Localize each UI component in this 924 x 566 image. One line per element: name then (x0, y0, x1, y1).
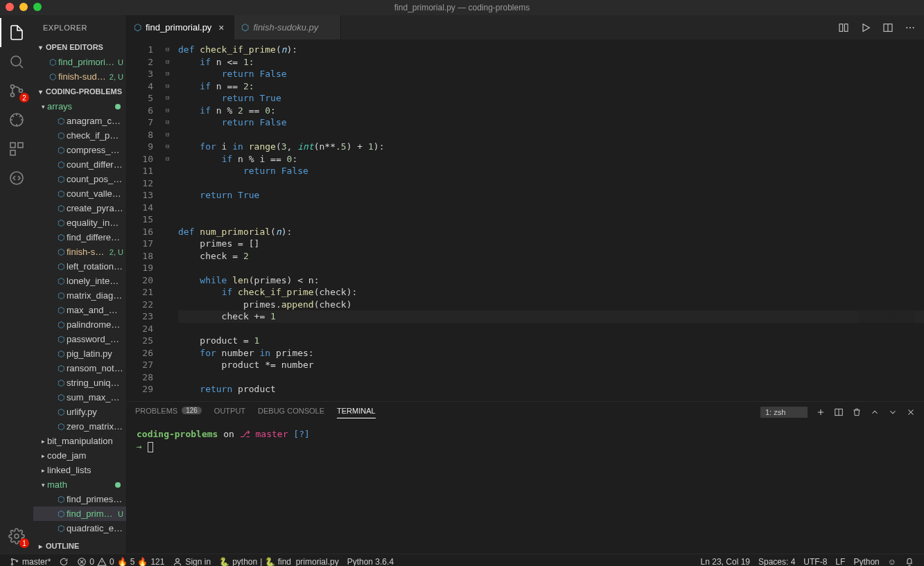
tree-folder[interactable]: ▸bit_manipulation (33, 434, 126, 448)
status-dot (115, 104, 121, 109)
tree-folder[interactable]: ▾arrays (33, 99, 126, 114)
status-sync[interactable] (55, 557, 73, 567)
kill-terminal-icon[interactable] (852, 407, 862, 417)
tree-file[interactable]: ⬡matrix_diagonal_di.. (33, 288, 126, 303)
python-file-icon: ⬡ (55, 378, 67, 388)
window-title: find_primorial.py — coding-problems (394, 3, 530, 12)
svg-point-15 (913, 27, 914, 28)
status-cursor-pos[interactable]: Ln 23, Col 19 (697, 557, 754, 567)
tree-file[interactable]: ⬡urlify.py (33, 405, 126, 419)
code-content[interactable]: def check_if_prime(n): if n <= 1: return… (178, 39, 924, 401)
activity-scm[interactable]: 2 (0, 76, 33, 105)
status-branch[interactable]: master* (6, 557, 55, 567)
open-editor-item[interactable]: ⬡finish-sud…2, U (33, 69, 126, 84)
tree-file[interactable]: ⬡count_valleys.py (33, 186, 126, 201)
chevron-right-icon: ▸ (39, 467, 47, 474)
terminal[interactable]: coding-problems on ⎇ master [?] → (127, 423, 924, 554)
editor-tab[interactable]: ⬡find_primorial.py× (127, 15, 234, 39)
activity-extensions[interactable] (0, 134, 33, 163)
status-lang[interactable]: Python (849, 557, 883, 567)
svg-point-0 (11, 56, 21, 66)
tree-folder[interactable]: ▸linked_lists (33, 463, 126, 477)
python-file-icon: ⬡ (55, 524, 67, 533)
close-window-button[interactable] (6, 3, 14, 11)
activity-search[interactable] (0, 47, 33, 76)
activity-debug[interactable] (0, 105, 33, 134)
editor-tab[interactable]: ⬡finish-sudoku.py (234, 15, 341, 39)
tree-file[interactable]: ⬡sum_max_subarra.. (33, 390, 126, 405)
terminal-selector[interactable]: 1: zsh (760, 407, 808, 418)
python-file-icon: ⬡ (55, 131, 67, 141)
tree-file[interactable]: ⬡equality_in_array.py (33, 215, 126, 230)
tree-file[interactable]: ⬡check_if_permutat.. (33, 128, 126, 143)
tree-file[interactable]: ⬡string_unique_cha.. (33, 375, 126, 390)
status-indent[interactable]: Spaces: 4 (754, 557, 799, 567)
tree-file[interactable]: ⬡password_cracker.. (33, 332, 126, 346)
zoom-window-button[interactable] (33, 3, 42, 11)
explorer-sidebar: EXPLORER ▾OPEN EDITORS ⬡find_primoria..U… (33, 15, 127, 554)
tree-file[interactable]: ⬡compress_string.py (33, 143, 126, 157)
activity-liveshare[interactable] (0, 163, 33, 193)
tree-file[interactable]: ⬡finish-sudo…2, U (33, 245, 126, 259)
status-encoding[interactable]: UTF-8 (799, 557, 831, 567)
code-editor[interactable]: 1234567891011121314151617181920212223242… (127, 39, 924, 401)
tree-file[interactable]: ⬡quadratic_equatio.. (33, 521, 126, 536)
outline-header[interactable]: ▸OUTLINE (33, 538, 126, 554)
status-bar: master* 0 0 🔥5 🔥121 Sign in 🐍python | 🐍f… (0, 554, 924, 566)
open-editor-item[interactable]: ⬡find_primoria..U (33, 55, 126, 69)
split-terminal-icon[interactable] (834, 407, 844, 417)
close-tab-icon[interactable]: × (216, 22, 227, 33)
panel-tab-problems[interactable]: PROBLEMS126 (135, 407, 202, 418)
status-python-ver[interactable]: Python 3.6.4 (343, 557, 398, 567)
tree-file[interactable]: ⬡zero_matrix.py (33, 419, 126, 434)
tree-file[interactable]: ⬡find_primorial....U (33, 506, 126, 521)
more-icon[interactable] (905, 22, 916, 33)
python-file-icon: ⬡ (55, 291, 67, 301)
python-file-icon: ⬡ (55, 364, 67, 373)
panel-tab-output[interactable]: OUTPUT (214, 407, 245, 418)
project-header[interactable]: ▾CODING-PROBLEMS (33, 84, 126, 99)
svg-point-17 (11, 558, 12, 560)
activity-settings[interactable]: 1 (0, 522, 33, 551)
svg-point-3 (19, 89, 23, 93)
tree-file[interactable]: ⬡palindrome_permu.. (33, 317, 126, 332)
tree-file[interactable]: ⬡lonely_integer.py (33, 274, 126, 288)
status-eol[interactable]: LF (831, 557, 849, 567)
status-notifications[interactable] (900, 557, 918, 567)
minimap[interactable] (859, 39, 914, 401)
python-file-icon: ⬡ (47, 72, 58, 82)
tree-file[interactable]: ⬡pig_latin.py (33, 346, 126, 361)
maximize-panel-icon[interactable] (870, 407, 880, 417)
open-editors-header[interactable]: ▾OPEN EDITORS (33, 39, 126, 55)
tree-file[interactable]: ⬡ransom_note.py (33, 361, 126, 375)
close-panel-icon[interactable] (906, 407, 916, 417)
panel-tab-terminal[interactable]: TERMINAL (337, 407, 376, 418)
file-tree: ▾arrays⬡anagram_check.py⬡check_if_permut… (33, 99, 126, 538)
tree-file[interactable]: ⬡anagram_check.py (33, 114, 126, 128)
status-python-env[interactable]: 🐍python | 🐍find_primorial.py (215, 557, 343, 567)
svg-rect-6 (18, 143, 23, 148)
status-signin[interactable]: Sign in (168, 557, 215, 567)
svg-rect-7 (10, 150, 15, 155)
tree-file[interactable]: ⬡max_and_min_sum.. (33, 303, 126, 317)
tree-folder[interactable]: ▾math (33, 477, 126, 492)
tree-file[interactable]: ⬡count_differences. (33, 157, 126, 172)
hide-panel-icon[interactable] (888, 407, 898, 417)
activity-explorer[interactable] (0, 18, 33, 47)
tree-file[interactable]: ⬡count_pos_neg_ze.. (33, 172, 126, 186)
svg-point-18 (11, 563, 12, 565)
status-problems[interactable]: 0 0 🔥5 🔥121 (73, 557, 168, 567)
split-editor-icon[interactable] (882, 22, 894, 33)
new-terminal-icon[interactable] (816, 407, 826, 417)
compare-icon[interactable] (838, 22, 849, 33)
status-feedback[interactable]: ☺ (884, 557, 900, 567)
tree-file[interactable]: ⬡left_rotation.py (33, 259, 126, 274)
minimize-window-button[interactable] (19, 3, 28, 11)
run-icon[interactable] (860, 22, 871, 33)
tree-file[interactable]: ⬡find_primes.py (33, 492, 126, 506)
window-controls (6, 3, 42, 11)
tree-file[interactable]: ⬡create_pyramid.py (33, 201, 126, 215)
tree-file[interactable]: ⬡find_difference.py (33, 230, 126, 245)
tree-folder[interactable]: ▸code_jam (33, 448, 126, 463)
panel-tab-debug-console[interactable]: DEBUG CONSOLE (258, 407, 324, 418)
